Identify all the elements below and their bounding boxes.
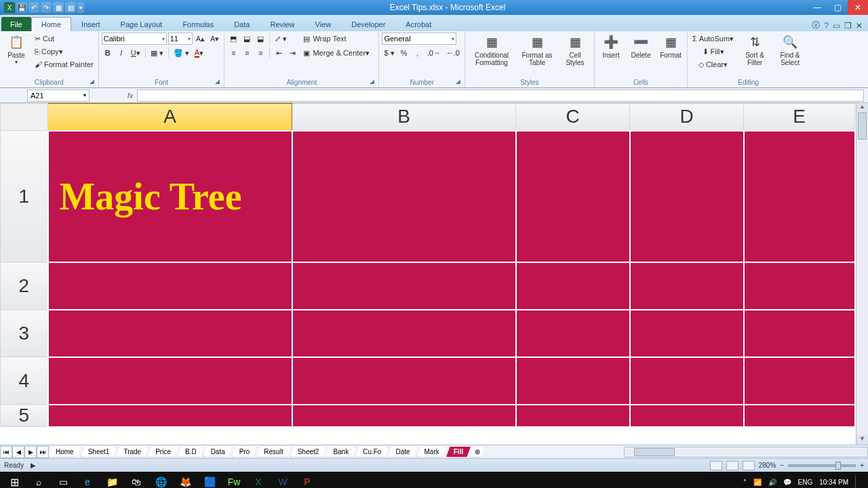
cell[interactable] <box>630 357 744 405</box>
sheet-nav-next[interactable]: ▶ <box>24 446 37 458</box>
window-close-icon[interactable]: ✕ <box>856 21 863 30</box>
store-icon[interactable]: 🛍 <box>125 472 148 488</box>
italic-button[interactable]: I <box>115 47 127 59</box>
tab-home[interactable]: Home <box>31 17 71 31</box>
row-header-3[interactable]: 3 <box>1 310 48 357</box>
tab-data[interactable]: Data <box>224 17 260 31</box>
format-painter-button[interactable]: 🖌 Format Painter <box>33 58 96 70</box>
autosum-button[interactable]: Σ AutoSum ▾ <box>690 33 736 45</box>
cell[interactable] <box>630 405 744 427</box>
fx-icon[interactable]: fx <box>123 92 137 100</box>
tab-acrobat[interactable]: Acrobat <box>395 17 441 31</box>
tab-developer[interactable]: Developer <box>341 17 395 31</box>
qat-icon[interactable]: ▦ <box>53 2 64 13</box>
sheet-nav-prev[interactable]: ◀ <box>12 446 24 458</box>
cell[interactable] <box>630 262 744 310</box>
zoom-in-button[interactable]: + <box>860 462 864 469</box>
format-cells-button[interactable]: ▦Format <box>657 33 684 60</box>
vertical-scrollbar[interactable]: ▲ ▼ <box>856 103 868 445</box>
cell[interactable] <box>744 405 855 427</box>
cell[interactable] <box>744 357 855 405</box>
hscroll-thumb[interactable] <box>634 448 675 456</box>
column-header-e[interactable]: E <box>744 104 855 131</box>
page-break-view-button[interactable] <box>743 461 755 470</box>
cell[interactable] <box>516 405 630 427</box>
copy-button[interactable]: ⎘ Copy ▾ <box>33 45 65 58</box>
wrap-text-button[interactable]: ▤ Wrap Text <box>301 33 362 45</box>
cell[interactable] <box>516 310 630 357</box>
indent-increase-button[interactable]: ⇥ <box>286 47 298 59</box>
indent-decrease-button[interactable]: ⇤ <box>273 47 285 59</box>
cell-b1[interactable] <box>292 131 516 262</box>
sheet-tab[interactable]: Sheet1 <box>81 447 117 458</box>
redo-icon[interactable]: ↷ <box>41 2 52 13</box>
qat-dropdown-icon[interactable]: ▾ <box>77 2 84 13</box>
notifications-icon[interactable]: 💬 <box>783 479 791 486</box>
sheet-tab[interactable]: B.D <box>178 447 204 458</box>
tab-formulas[interactable]: Formulas <box>172 17 224 31</box>
underline-button[interactable]: U ▾ <box>129 47 142 59</box>
app-icon[interactable]: 🟦 <box>198 472 221 488</box>
excel-taskbar-icon[interactable]: X <box>247 472 270 488</box>
tab-view[interactable]: View <box>305 17 342 31</box>
sort-filter-button[interactable]: ⇅Sort & Filter <box>738 33 771 68</box>
cell[interactable] <box>48 405 292 427</box>
column-header-a[interactable]: A <box>48 104 292 131</box>
cut-button[interactable]: ✂ Cut <box>33 33 56 45</box>
fill-button[interactable]: ⬇ Fill ▾ <box>690 45 736 58</box>
font-size-combo[interactable]: 11▾ <box>168 33 193 45</box>
sheet-tab[interactable]: Cu.Fo <box>355 447 389 458</box>
tab-page-layout[interactable]: Page Layout <box>111 17 173 31</box>
cell[interactable] <box>292 310 516 357</box>
align-bottom-button[interactable]: ⬓ <box>254 33 267 45</box>
volume-icon[interactable]: 🔊 <box>768 479 776 486</box>
orientation-button[interactable]: ⤢ ▾ <box>273 33 289 45</box>
save-icon[interactable]: 💾 <box>16 2 27 13</box>
font-color-button[interactable]: A ▾ <box>193 47 205 59</box>
help-icon[interactable]: ? <box>824 21 829 30</box>
cell[interactable] <box>48 357 292 405</box>
sheet-tab[interactable]: Date <box>388 447 417 458</box>
ribbon-options-icon[interactable]: ▭ <box>833 21 840 30</box>
conditional-formatting-button[interactable]: ▦Conditional Formatting <box>468 33 515 68</box>
decrease-decimal-button[interactable]: ←.0 <box>444 47 462 59</box>
task-view-button[interactable]: ▭ <box>52 472 75 488</box>
close-button[interactable]: ✕ <box>848 0 868 15</box>
fill-color-button[interactable]: 🪣 ▾ <box>172 47 191 59</box>
file-explorer-icon[interactable]: 📁 <box>100 472 123 488</box>
sheet-tab[interactable]: Trade <box>116 447 149 458</box>
powerpoint-taskbar-icon[interactable]: P <box>296 472 319 488</box>
language-indicator[interactable]: ENG <box>798 479 813 486</box>
find-select-button[interactable]: 🔍Find & Select <box>774 33 806 68</box>
sheet-nav-first[interactable]: ⏮ <box>0 446 12 458</box>
cell[interactable] <box>292 405 516 427</box>
sheet-tab[interactable]: Price <box>148 447 178 458</box>
dialog-launcher-icon[interactable]: ◢ <box>456 78 460 85</box>
normal-view-button[interactable] <box>710 461 722 470</box>
sheet-tab[interactable]: Bank <box>326 447 356 458</box>
cell[interactable] <box>48 310 292 357</box>
cell[interactable] <box>744 310 855 357</box>
align-top-button[interactable]: ⬒ <box>227 33 239 45</box>
row-header-2[interactable]: 2 <box>1 262 48 310</box>
chrome-icon[interactable]: 🌐 <box>149 472 172 488</box>
wifi-icon[interactable]: 📶 <box>753 479 762 486</box>
cell[interactable] <box>292 357 516 405</box>
grow-font-button[interactable]: A▴ <box>194 33 207 45</box>
borders-button[interactable]: ▦ ▾ <box>149 47 165 59</box>
bold-button[interactable]: B <box>102 47 114 59</box>
insert-cells-button[interactable]: ➕Insert <box>597 33 625 60</box>
row-header-1[interactable]: 1 <box>1 131 48 262</box>
number-format-combo[interactable]: General▾ <box>382 33 456 45</box>
macro-record-icon[interactable]: ▶ <box>31 462 36 469</box>
shrink-font-button[interactable]: A▾ <box>208 33 221 45</box>
sheet-tab[interactable]: Data <box>203 447 233 458</box>
new-sheet-button[interactable]: ⊕ <box>470 447 485 458</box>
sheet-tab[interactable]: Home <box>48 447 81 458</box>
increase-decimal-button[interactable]: .0→ <box>425 47 443 59</box>
edge-icon[interactable]: e <box>76 472 99 488</box>
percent-button[interactable]: % <box>398 47 410 59</box>
column-header-d[interactable]: D <box>630 104 744 131</box>
firefox-icon[interactable]: 🦊 <box>174 472 197 488</box>
align-center-button[interactable]: ≡ <box>241 47 253 59</box>
